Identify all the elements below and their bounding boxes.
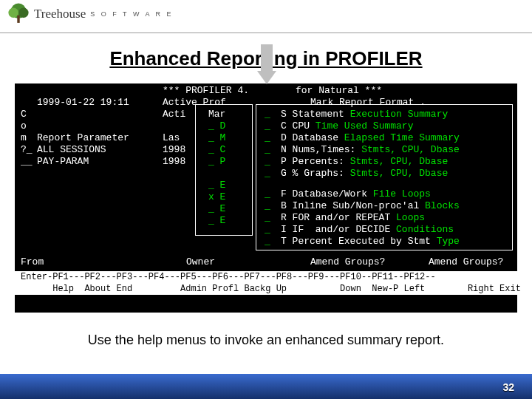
opt-r[interactable]: R FOR and/or REPEAT Loops xyxy=(281,212,425,224)
opt-t[interactable]: T Percent Executed by Stmt Type xyxy=(281,236,460,248)
menu-c[interactable]: _ C xyxy=(208,144,225,156)
mk[interactable]: _ xyxy=(265,132,270,144)
slide-caption: Use the help menus to invoke an enhanced… xyxy=(0,332,532,348)
from-label: From xyxy=(21,256,44,268)
opt-n[interactable]: N Nums,Times: Stmts, CPU, Dbase xyxy=(281,144,460,156)
svg-rect-3 xyxy=(17,16,19,23)
banner-left: *** PROFILER 4. xyxy=(163,85,249,97)
report-param: Report Parameter xyxy=(37,132,129,144)
mk[interactable]: _ xyxy=(265,144,270,156)
mk[interactable]: _ xyxy=(265,156,270,168)
mk[interactable]: _ xyxy=(265,200,270,212)
pay-param: PAY-PARAM xyxy=(37,156,89,168)
menu-e1[interactable]: _ E xyxy=(208,180,225,191)
mk[interactable]: _ xyxy=(265,224,270,236)
mk[interactable]: _ xyxy=(265,236,270,248)
opt-i[interactable]: I IF and/or DECIDE Conditions xyxy=(281,224,454,236)
mk[interactable]: _ xyxy=(265,120,270,132)
cmd-q: ?_ xyxy=(21,144,33,156)
terminal-screen: *** PROFILER 4. for Natural *** 1999-01-… xyxy=(15,83,517,313)
pf-key-bar: Enter-PF1---PF2---PF3---PF4---PF5---PF6-… xyxy=(15,271,517,295)
opt-s[interactable]: S Statement Execution Summary xyxy=(281,109,448,120)
slide-footer: 32 xyxy=(0,374,532,399)
mk[interactable]: _ xyxy=(265,188,270,200)
brand-name: Treehouse xyxy=(34,7,86,21)
pf-line2[interactable]: Help About End Admin Profl Backg Up Down… xyxy=(21,283,521,295)
menu-e3[interactable]: _ E xyxy=(208,203,225,215)
cmd-u: __ xyxy=(21,156,33,168)
mar-label: Mar xyxy=(208,109,225,120)
svg-point-1 xyxy=(8,8,18,18)
menu-e2[interactable]: x E xyxy=(208,191,225,203)
cmd-m: m xyxy=(21,132,27,144)
all-sessions: ALL SESSIONS xyxy=(37,144,106,156)
pf-line1: Enter-PF1---PF2---PF3---PF4---PF5---PF6-… xyxy=(21,271,436,283)
brand-logo: Treehouse S O F T W A R E xyxy=(6,1,173,27)
mk[interactable]: _ xyxy=(265,168,270,180)
amend2: Amend Groups? xyxy=(429,256,503,268)
mk[interactable]: _ xyxy=(265,212,270,224)
y2: 1998 xyxy=(163,156,185,168)
pointer-arrow-icon xyxy=(257,44,276,89)
page-number: 32 xyxy=(502,381,514,393)
header-divider xyxy=(0,33,532,33)
opt-f[interactable]: F Database/Work File Loops xyxy=(281,188,431,200)
menu-p[interactable]: _ P xyxy=(208,156,225,168)
y1: 1998 xyxy=(163,144,185,156)
menu-m[interactable]: _ M xyxy=(208,132,225,144)
mk[interactable]: _ xyxy=(265,109,270,120)
brand-sub: S O F T W A R E xyxy=(90,10,173,18)
menu-d[interactable]: _ D xyxy=(208,120,225,132)
cmd-c: C xyxy=(21,109,27,120)
opt-d[interactable]: D Database Elapsed Time Summary xyxy=(281,132,460,144)
opt-g[interactable]: G % Graphs: Stmts, CPU, Dbase xyxy=(281,168,448,180)
svg-point-2 xyxy=(18,8,29,18)
opt-c[interactable]: C CPU Time Used Summary xyxy=(281,120,413,132)
opt-p[interactable]: P Percents: Stmts, CPU, Dbase xyxy=(281,156,448,168)
las: Las xyxy=(163,132,180,144)
timestamp: 1999-01-22 19:11 xyxy=(37,97,129,109)
opt-b[interactable]: B Inline Sub/Non-proc'al Blocks xyxy=(281,200,460,212)
banner-right: for Natural *** xyxy=(296,85,382,97)
acti: Acti xyxy=(163,109,185,120)
amend1: Amend Groups? xyxy=(310,256,385,268)
owner-label: Owner xyxy=(186,256,215,268)
tree-icon xyxy=(6,1,31,27)
menu-e4[interactable]: _ E xyxy=(208,215,225,227)
cmd-o: o xyxy=(21,120,27,132)
